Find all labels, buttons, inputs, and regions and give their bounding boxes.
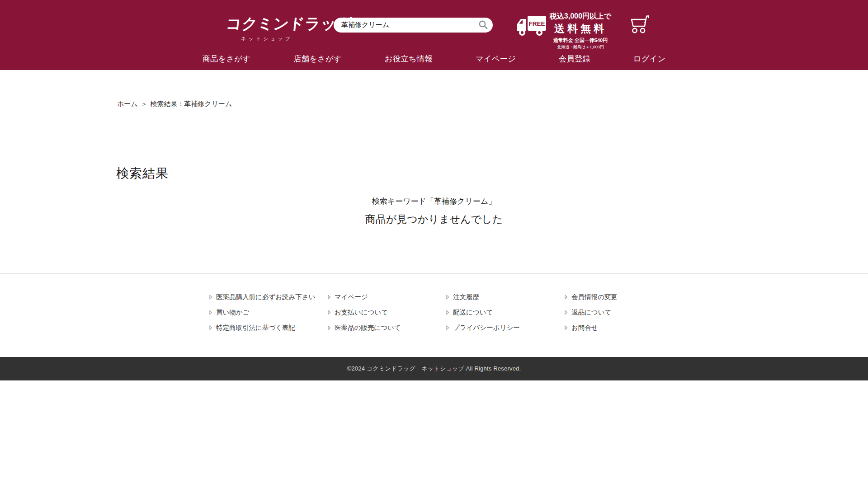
arrow-right-icon (565, 295, 568, 300)
cart-icon (628, 29, 651, 36)
arrow-right-icon (209, 295, 212, 300)
footer-link-medicine-sales[interactable]: 医薬品の販売について (328, 324, 446, 331)
arrow-right-icon (446, 325, 449, 330)
arrow-right-icon (209, 325, 212, 330)
footer-link-mypage[interactable]: マイページ (328, 294, 446, 300)
copyright-text: ©2024 コクミンドラッグ ネットショップ All Rights Reserv… (347, 365, 521, 373)
site-footer: 医薬品購入前に必ずお読み下さい 買い物かご 特定商取引法に基づく表記 マイページ… (0, 273, 868, 380)
page: コクミンドラッグ ネットショップ FREE (0, 0, 868, 488)
site-header: コクミンドラッグ ネットショップ FREE (0, 0, 868, 70)
footer-link-delivery[interactable]: 配送について (446, 309, 565, 316)
footer-link-payment[interactable]: お支払いについて (328, 309, 446, 316)
footer-link-cart[interactable]: 買い物かご (209, 309, 328, 316)
arrow-right-icon (328, 310, 331, 315)
breadcrumb-current: 検索結果：革補修クリーム (150, 100, 232, 108)
footer-link-medicine-notice[interactable]: 医薬品購入前に必ずお読み下さい (209, 294, 328, 300)
search-input[interactable] (334, 18, 493, 33)
shipping-text: 税込3,000円以上で 送料無料 通常料金 全国一律540円 北海道・離島は＋1… (549, 12, 612, 50)
copyright-bar: ©2024 コクミンドラッグ ネットショップ All Rights Reserv… (0, 357, 868, 380)
arrow-right-icon (446, 295, 449, 300)
footer-column-4: 会員情報の変更 返品について お問合せ (565, 294, 683, 340)
footer-link-returns[interactable]: 返品について (565, 309, 683, 316)
truck-icon: FREE (517, 15, 547, 37)
no-results-message: 商品が見つかりませんでした (0, 212, 868, 226)
shipping-normal-fee: 通常料金 全国一律540円 (549, 37, 612, 44)
nav-item-products[interactable]: 商品をさがす (203, 53, 251, 64)
arrow-right-icon (565, 325, 568, 330)
nav-item-useful-info[interactable]: お役立ち情報 (385, 53, 433, 64)
main-nav: 商品をさがす 店舗をさがす お役立ち情報 マイページ 会員登録 ログイン (0, 47, 868, 70)
shipping-threshold: 税込3,000円以上で (549, 12, 612, 21)
search-button[interactable] (477, 19, 489, 31)
arrow-right-icon (565, 310, 568, 315)
arrow-right-icon (328, 295, 331, 300)
shipping-free-label: 送料無料 (549, 22, 612, 36)
breadcrumb: ホーム > 検索結果：革補修クリーム (117, 100, 232, 108)
truck-free-badge: FREE (528, 20, 545, 27)
arrow-right-icon (328, 325, 331, 330)
search-bar (334, 18, 493, 33)
footer-link-privacy-policy[interactable]: プライバシーポリシー (446, 324, 565, 331)
site-logo[interactable]: コクミンドラッグ ネットショップ (226, 14, 305, 42)
breadcrumb-home-link[interactable]: ホーム (117, 100, 138, 108)
nav-item-register[interactable]: 会員登録 (559, 53, 590, 64)
cart-button[interactable] (628, 14, 651, 34)
footer-link-commercial-law[interactable]: 特定商取引法に基づく表記 (209, 324, 328, 331)
arrow-right-icon (446, 310, 449, 315)
search-icon (478, 24, 488, 31)
search-keyword-text: 検索キーワード「革補修クリーム」 (0, 196, 868, 206)
nav-item-stores[interactable]: 店舗をさがす (293, 53, 342, 64)
footer-column-3: 注文履歴 配送について プライバシーポリシー (446, 294, 565, 340)
logo-title: コクミンドラッグ (225, 14, 307, 34)
footer-column-2: マイページ お支払いについて 医薬品の販売について (328, 294, 446, 340)
nav-item-mypage[interactable]: マイページ (476, 53, 516, 64)
nav-item-login[interactable]: ログイン (633, 53, 666, 64)
footer-column-1: 医薬品購入前に必ずお読み下さい 買い物かご 特定商取引法に基づく表記 (209, 294, 328, 340)
footer-link-contact[interactable]: お問合せ (565, 324, 683, 331)
logo-subtitle: ネットショップ (226, 36, 305, 42)
arrow-right-icon (209, 310, 212, 315)
breadcrumb-separator: > (142, 101, 146, 108)
footer-link-member-info[interactable]: 会員情報の変更 (565, 294, 683, 300)
footer-link-order-history[interactable]: 注文履歴 (446, 294, 565, 300)
free-shipping-banner: FREE 税込3,000円以上で 送料無料 通常料金 全国一律540円 北海道・… (517, 12, 612, 50)
page-title: 検索結果 (116, 165, 169, 182)
